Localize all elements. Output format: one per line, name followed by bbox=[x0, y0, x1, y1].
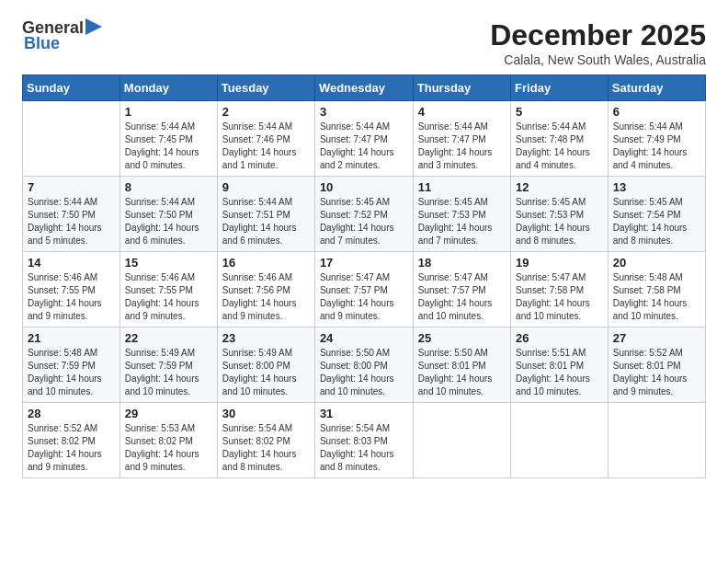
sunset-text: Sunset: 7:59 PM bbox=[28, 361, 96, 371]
table-row: 3Sunrise: 5:44 AMSunset: 7:47 PMDaylight… bbox=[314, 101, 413, 177]
table-row: 28Sunrise: 5:52 AMSunset: 8:02 PMDayligh… bbox=[23, 403, 120, 478]
calendar-week-row: 7Sunrise: 5:44 AMSunset: 7:50 PMDaylight… bbox=[23, 177, 706, 252]
sunrise-text: Sunrise: 5:49 AM bbox=[125, 348, 195, 358]
day-number: 27 bbox=[613, 331, 700, 345]
sunrise-text: Sunrise: 5:46 AM bbox=[28, 272, 97, 282]
table-row: 10Sunrise: 5:45 AMSunset: 7:52 PMDayligh… bbox=[314, 177, 413, 252]
calendar-week-row: 14Sunrise: 5:46 AMSunset: 7:55 PMDayligh… bbox=[23, 252, 706, 327]
day-number: 7 bbox=[28, 180, 115, 194]
sunset-text: Sunset: 8:02 PM bbox=[222, 436, 290, 446]
day-info: Sunrise: 5:44 AMSunset: 7:51 PMDaylight:… bbox=[222, 196, 310, 247]
day-info: Sunrise: 5:47 AMSunset: 7:58 PMDaylight:… bbox=[516, 271, 603, 323]
daylight-text: Daylight: 14 hours and 5 minutes. bbox=[28, 223, 102, 246]
daylight-text: Daylight: 14 hours and 4 minutes. bbox=[613, 147, 688, 170]
logo-text-blue: Blue bbox=[24, 34, 60, 53]
table-row: 11Sunrise: 5:45 AMSunset: 7:53 PMDayligh… bbox=[413, 177, 510, 252]
table-row: 2Sunrise: 5:44 AMSunset: 7:46 PMDaylight… bbox=[217, 101, 314, 177]
day-info: Sunrise: 5:48 AMSunset: 7:59 PMDaylight:… bbox=[28, 347, 115, 398]
table-row: 26Sunrise: 5:51 AMSunset: 8:01 PMDayligh… bbox=[511, 327, 609, 403]
day-info: Sunrise: 5:45 AMSunset: 7:52 PMDaylight:… bbox=[320, 196, 408, 247]
header-thursday: Thursday bbox=[413, 75, 510, 101]
sunset-text: Sunset: 7:57 PM bbox=[418, 285, 486, 295]
sunset-text: Sunset: 7:48 PM bbox=[516, 134, 584, 144]
daylight-text: Daylight: 14 hours and 10 minutes. bbox=[516, 298, 590, 321]
daylight-text: Daylight: 14 hours and 8 minutes. bbox=[516, 223, 590, 246]
table-row: 30Sunrise: 5:54 AMSunset: 8:02 PMDayligh… bbox=[217, 403, 314, 478]
daylight-text: Daylight: 14 hours and 8 minutes. bbox=[613, 223, 688, 246]
sunrise-text: Sunrise: 5:44 AM bbox=[125, 197, 195, 207]
sunrise-text: Sunrise: 5:54 AM bbox=[222, 423, 292, 433]
sunrise-text: Sunrise: 5:50 AM bbox=[418, 348, 488, 358]
day-info: Sunrise: 5:47 AMSunset: 7:57 PMDaylight:… bbox=[320, 271, 408, 323]
sunset-text: Sunset: 7:52 PM bbox=[320, 210, 388, 220]
sunset-text: Sunset: 8:02 PM bbox=[125, 436, 193, 446]
daylight-text: Daylight: 14 hours and 9 minutes. bbox=[613, 373, 688, 396]
table-row: 16Sunrise: 5:46 AMSunset: 7:56 PMDayligh… bbox=[217, 252, 314, 327]
daylight-text: Daylight: 14 hours and 10 minutes. bbox=[516, 373, 590, 396]
day-info: Sunrise: 5:49 AMSunset: 8:00 PMDaylight:… bbox=[222, 347, 310, 398]
daylight-text: Daylight: 14 hours and 1 minute. bbox=[222, 147, 297, 170]
daylight-text: Daylight: 14 hours and 10 minutes. bbox=[418, 298, 493, 321]
sunrise-text: Sunrise: 5:45 AM bbox=[613, 197, 683, 207]
sunset-text: Sunset: 7:59 PM bbox=[125, 361, 193, 371]
calendar-table: Sunday Monday Tuesday Wednesday Thursday… bbox=[22, 75, 706, 478]
day-number: 13 bbox=[613, 180, 700, 194]
day-info: Sunrise: 5:46 AMSunset: 7:55 PMDaylight:… bbox=[28, 271, 115, 323]
daylight-text: Daylight: 14 hours and 10 minutes. bbox=[613, 298, 688, 321]
daylight-text: Daylight: 14 hours and 7 minutes. bbox=[320, 223, 394, 246]
sunrise-text: Sunrise: 5:53 AM bbox=[125, 423, 195, 433]
sunrise-text: Sunrise: 5:50 AM bbox=[320, 348, 390, 358]
table-row: 20Sunrise: 5:48 AMSunset: 7:58 PMDayligh… bbox=[608, 252, 705, 327]
table-row: 18Sunrise: 5:47 AMSunset: 7:57 PMDayligh… bbox=[413, 252, 510, 327]
header-sunday: Sunday bbox=[23, 75, 120, 101]
table-row: 4Sunrise: 5:44 AMSunset: 7:47 PMDaylight… bbox=[413, 101, 510, 177]
daylight-text: Daylight: 14 hours and 8 minutes. bbox=[222, 449, 297, 472]
daylight-text: Daylight: 14 hours and 4 minutes. bbox=[516, 147, 590, 170]
sunrise-text: Sunrise: 5:47 AM bbox=[516, 272, 586, 282]
day-number: 5 bbox=[516, 105, 603, 119]
day-info: Sunrise: 5:50 AMSunset: 8:01 PMDaylight:… bbox=[418, 347, 506, 398]
table-row: 17Sunrise: 5:47 AMSunset: 7:57 PMDayligh… bbox=[314, 252, 413, 327]
sunset-text: Sunset: 8:01 PM bbox=[516, 361, 584, 371]
sunset-text: Sunset: 7:45 PM bbox=[125, 134, 193, 144]
daylight-text: Daylight: 14 hours and 0 minutes. bbox=[125, 147, 199, 170]
table-row bbox=[511, 403, 609, 478]
table-row: 14Sunrise: 5:46 AMSunset: 7:55 PMDayligh… bbox=[23, 252, 120, 327]
day-number: 18 bbox=[418, 256, 506, 270]
sunset-text: Sunset: 7:49 PM bbox=[613, 134, 681, 144]
day-number: 29 bbox=[125, 407, 212, 420]
sunset-text: Sunset: 7:47 PM bbox=[320, 134, 388, 144]
sunset-text: Sunset: 8:02 PM bbox=[28, 436, 96, 446]
weekday-header-row: Sunday Monday Tuesday Wednesday Thursday… bbox=[23, 75, 706, 101]
day-info: Sunrise: 5:51 AMSunset: 8:01 PMDaylight:… bbox=[516, 347, 603, 398]
sunrise-text: Sunrise: 5:44 AM bbox=[418, 121, 488, 132]
table-row: 5Sunrise: 5:44 AMSunset: 7:48 PMDaylight… bbox=[511, 101, 609, 177]
daylight-text: Daylight: 14 hours and 7 minutes. bbox=[418, 223, 493, 246]
day-info: Sunrise: 5:46 AMSunset: 7:55 PMDaylight:… bbox=[125, 271, 212, 323]
daylight-text: Daylight: 14 hours and 9 minutes. bbox=[28, 449, 102, 472]
sunrise-text: Sunrise: 5:44 AM bbox=[613, 121, 683, 132]
sunset-text: Sunset: 8:01 PM bbox=[418, 361, 486, 371]
sunset-text: Sunset: 7:47 PM bbox=[418, 134, 486, 144]
daylight-text: Daylight: 14 hours and 9 minutes. bbox=[222, 298, 297, 321]
sunrise-text: Sunrise: 5:52 AM bbox=[613, 348, 683, 358]
sunset-text: Sunset: 7:55 PM bbox=[125, 285, 193, 295]
sunrise-text: Sunrise: 5:44 AM bbox=[516, 121, 586, 132]
day-number: 6 bbox=[613, 105, 700, 119]
daylight-text: Daylight: 14 hours and 9 minutes. bbox=[320, 298, 394, 321]
sunset-text: Sunset: 7:50 PM bbox=[28, 210, 96, 220]
sunset-text: Sunset: 7:54 PM bbox=[613, 210, 681, 220]
location-title: Calala, New South Wales, Australia bbox=[490, 52, 706, 67]
calendar-week-row: 28Sunrise: 5:52 AMSunset: 8:02 PMDayligh… bbox=[23, 403, 706, 478]
day-info: Sunrise: 5:44 AMSunset: 7:48 PMDaylight:… bbox=[516, 121, 603, 172]
day-number: 11 bbox=[418, 180, 506, 194]
day-number: 21 bbox=[28, 331, 115, 345]
sunset-text: Sunset: 7:50 PM bbox=[125, 210, 193, 220]
day-number: 17 bbox=[320, 256, 408, 270]
table-row: 1Sunrise: 5:44 AMSunset: 7:45 PMDaylight… bbox=[119, 101, 217, 177]
header-wednesday: Wednesday bbox=[314, 75, 413, 101]
day-info: Sunrise: 5:49 AMSunset: 7:59 PMDaylight:… bbox=[125, 347, 212, 398]
table-row: 13Sunrise: 5:45 AMSunset: 7:54 PMDayligh… bbox=[608, 177, 705, 252]
day-number: 8 bbox=[125, 180, 212, 194]
sunrise-text: Sunrise: 5:49 AM bbox=[222, 348, 292, 358]
